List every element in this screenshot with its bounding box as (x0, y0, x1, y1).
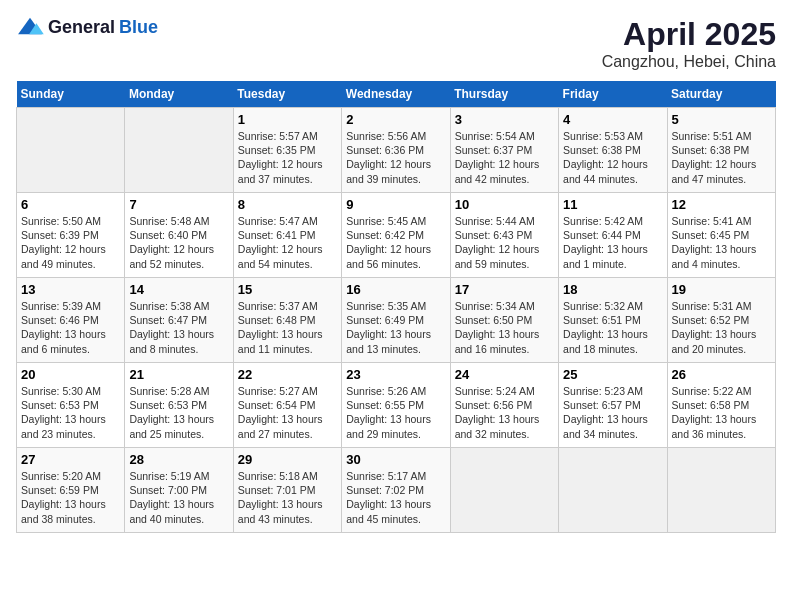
calendar-cell: 2Sunrise: 5:56 AMSunset: 6:36 PMDaylight… (342, 108, 450, 193)
day-info: Sunrise: 5:47 AMSunset: 6:41 PMDaylight:… (238, 214, 337, 271)
day-info: Sunrise: 5:41 AMSunset: 6:45 PMDaylight:… (672, 214, 771, 271)
day-info: Sunrise: 5:20 AMSunset: 6:59 PMDaylight:… (21, 469, 120, 526)
calendar-cell: 9Sunrise: 5:45 AMSunset: 6:42 PMDaylight… (342, 193, 450, 278)
calendar-cell: 28Sunrise: 5:19 AMSunset: 7:00 PMDayligh… (125, 448, 233, 533)
day-info: Sunrise: 5:23 AMSunset: 6:57 PMDaylight:… (563, 384, 662, 441)
calendar-cell: 10Sunrise: 5:44 AMSunset: 6:43 PMDayligh… (450, 193, 558, 278)
day-info: Sunrise: 5:45 AMSunset: 6:42 PMDaylight:… (346, 214, 445, 271)
day-number: 7 (129, 197, 228, 212)
day-number: 1 (238, 112, 337, 127)
day-info: Sunrise: 5:32 AMSunset: 6:51 PMDaylight:… (563, 299, 662, 356)
day-number: 22 (238, 367, 337, 382)
calendar-cell: 22Sunrise: 5:27 AMSunset: 6:54 PMDayligh… (233, 363, 341, 448)
calendar-cell (450, 448, 558, 533)
calendar-cell: 29Sunrise: 5:18 AMSunset: 7:01 PMDayligh… (233, 448, 341, 533)
day-number: 11 (563, 197, 662, 212)
calendar-cell: 19Sunrise: 5:31 AMSunset: 6:52 PMDayligh… (667, 278, 775, 363)
calendar-week-row: 6Sunrise: 5:50 AMSunset: 6:39 PMDaylight… (17, 193, 776, 278)
day-info: Sunrise: 5:38 AMSunset: 6:47 PMDaylight:… (129, 299, 228, 356)
calendar-week-row: 1Sunrise: 5:57 AMSunset: 6:35 PMDaylight… (17, 108, 776, 193)
main-title: April 2025 (602, 16, 776, 53)
day-info: Sunrise: 5:31 AMSunset: 6:52 PMDaylight:… (672, 299, 771, 356)
day-info: Sunrise: 5:51 AMSunset: 6:38 PMDaylight:… (672, 129, 771, 186)
calendar-cell: 4Sunrise: 5:53 AMSunset: 6:38 PMDaylight… (559, 108, 667, 193)
day-number: 27 (21, 452, 120, 467)
day-number: 5 (672, 112, 771, 127)
calendar-cell (667, 448, 775, 533)
weekday-header: Monday (125, 81, 233, 108)
calendar-cell: 24Sunrise: 5:24 AMSunset: 6:56 PMDayligh… (450, 363, 558, 448)
logo-blue: Blue (119, 17, 158, 38)
day-info: Sunrise: 5:42 AMSunset: 6:44 PMDaylight:… (563, 214, 662, 271)
day-info: Sunrise: 5:27 AMSunset: 6:54 PMDaylight:… (238, 384, 337, 441)
calendar-week-row: 20Sunrise: 5:30 AMSunset: 6:53 PMDayligh… (17, 363, 776, 448)
logo-icon (16, 16, 44, 38)
calendar-cell: 17Sunrise: 5:34 AMSunset: 6:50 PMDayligh… (450, 278, 558, 363)
subtitle: Cangzhou, Hebei, China (602, 53, 776, 71)
calendar-cell: 27Sunrise: 5:20 AMSunset: 6:59 PMDayligh… (17, 448, 125, 533)
day-info: Sunrise: 5:37 AMSunset: 6:48 PMDaylight:… (238, 299, 337, 356)
day-info: Sunrise: 5:28 AMSunset: 6:53 PMDaylight:… (129, 384, 228, 441)
day-info: Sunrise: 5:50 AMSunset: 6:39 PMDaylight:… (21, 214, 120, 271)
day-number: 4 (563, 112, 662, 127)
day-info: Sunrise: 5:39 AMSunset: 6:46 PMDaylight:… (21, 299, 120, 356)
day-info: Sunrise: 5:17 AMSunset: 7:02 PMDaylight:… (346, 469, 445, 526)
calendar-cell: 23Sunrise: 5:26 AMSunset: 6:55 PMDayligh… (342, 363, 450, 448)
calendar-cell: 25Sunrise: 5:23 AMSunset: 6:57 PMDayligh… (559, 363, 667, 448)
weekday-header: Sunday (17, 81, 125, 108)
day-number: 10 (455, 197, 554, 212)
calendar-cell: 30Sunrise: 5:17 AMSunset: 7:02 PMDayligh… (342, 448, 450, 533)
calendar-cell: 18Sunrise: 5:32 AMSunset: 6:51 PMDayligh… (559, 278, 667, 363)
day-info: Sunrise: 5:22 AMSunset: 6:58 PMDaylight:… (672, 384, 771, 441)
day-info: Sunrise: 5:53 AMSunset: 6:38 PMDaylight:… (563, 129, 662, 186)
calendar-cell: 16Sunrise: 5:35 AMSunset: 6:49 PMDayligh… (342, 278, 450, 363)
header-row: SundayMondayTuesdayWednesdayThursdayFrid… (17, 81, 776, 108)
day-number: 13 (21, 282, 120, 297)
calendar-cell: 26Sunrise: 5:22 AMSunset: 6:58 PMDayligh… (667, 363, 775, 448)
calendar-cell (17, 108, 125, 193)
day-info: Sunrise: 5:44 AMSunset: 6:43 PMDaylight:… (455, 214, 554, 271)
day-number: 24 (455, 367, 554, 382)
day-info: Sunrise: 5:30 AMSunset: 6:53 PMDaylight:… (21, 384, 120, 441)
day-number: 14 (129, 282, 228, 297)
calendar-cell (559, 448, 667, 533)
day-number: 15 (238, 282, 337, 297)
weekday-header: Wednesday (342, 81, 450, 108)
weekday-header: Tuesday (233, 81, 341, 108)
calendar-week-row: 27Sunrise: 5:20 AMSunset: 6:59 PMDayligh… (17, 448, 776, 533)
day-info: Sunrise: 5:24 AMSunset: 6:56 PMDaylight:… (455, 384, 554, 441)
logo-general: General (48, 17, 115, 38)
day-number: 30 (346, 452, 445, 467)
weekday-header: Friday (559, 81, 667, 108)
calendar-cell: 12Sunrise: 5:41 AMSunset: 6:45 PMDayligh… (667, 193, 775, 278)
day-number: 12 (672, 197, 771, 212)
calendar-cell: 7Sunrise: 5:48 AMSunset: 6:40 PMDaylight… (125, 193, 233, 278)
weekday-header: Saturday (667, 81, 775, 108)
logo: GeneralBlue (16, 16, 158, 38)
day-info: Sunrise: 5:54 AMSunset: 6:37 PMDaylight:… (455, 129, 554, 186)
weekday-header: Thursday (450, 81, 558, 108)
day-number: 29 (238, 452, 337, 467)
day-number: 28 (129, 452, 228, 467)
day-number: 3 (455, 112, 554, 127)
calendar-cell: 14Sunrise: 5:38 AMSunset: 6:47 PMDayligh… (125, 278, 233, 363)
day-info: Sunrise: 5:56 AMSunset: 6:36 PMDaylight:… (346, 129, 445, 186)
calendar-cell: 5Sunrise: 5:51 AMSunset: 6:38 PMDaylight… (667, 108, 775, 193)
calendar-cell: 1Sunrise: 5:57 AMSunset: 6:35 PMDaylight… (233, 108, 341, 193)
day-number: 17 (455, 282, 554, 297)
calendar-table: SundayMondayTuesdayWednesdayThursdayFrid… (16, 81, 776, 533)
day-info: Sunrise: 5:18 AMSunset: 7:01 PMDaylight:… (238, 469, 337, 526)
day-number: 8 (238, 197, 337, 212)
header: GeneralBlue April 2025 Cangzhou, Hebei, … (16, 16, 776, 71)
day-number: 26 (672, 367, 771, 382)
title-area: April 2025 Cangzhou, Hebei, China (602, 16, 776, 71)
day-number: 21 (129, 367, 228, 382)
day-number: 2 (346, 112, 445, 127)
day-info: Sunrise: 5:57 AMSunset: 6:35 PMDaylight:… (238, 129, 337, 186)
calendar-cell: 15Sunrise: 5:37 AMSunset: 6:48 PMDayligh… (233, 278, 341, 363)
day-number: 18 (563, 282, 662, 297)
day-number: 16 (346, 282, 445, 297)
day-info: Sunrise: 5:26 AMSunset: 6:55 PMDaylight:… (346, 384, 445, 441)
calendar-cell (125, 108, 233, 193)
day-number: 25 (563, 367, 662, 382)
